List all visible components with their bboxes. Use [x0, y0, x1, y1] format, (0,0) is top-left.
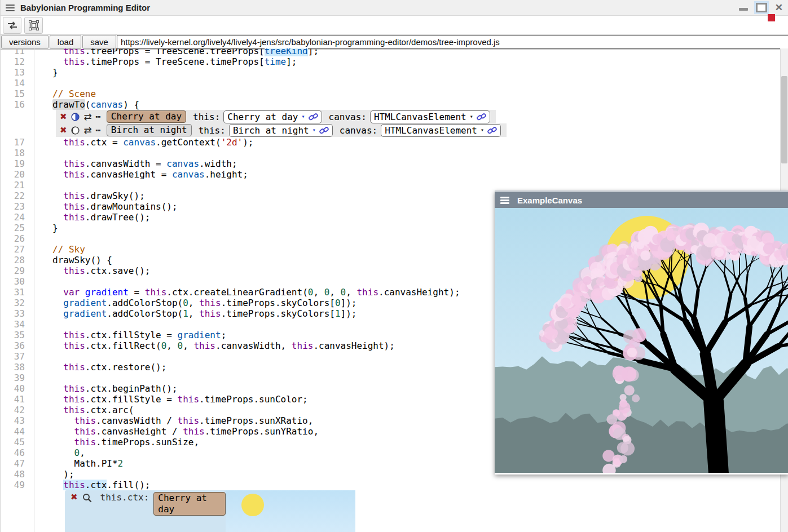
swap-example-icon[interactable]: ⇄ [84, 125, 92, 136]
code-line-17[interactable]: 17 this.ctx = canvas.getContext('2d'); [1, 137, 781, 148]
gutter-spacer [1, 490, 34, 532]
code-line-13[interactable]: 13} [1, 67, 781, 78]
link-icon[interactable] [319, 127, 329, 134]
code-line-11[interactable]: 11 this.treeProps = TreeScene.treeProps[… [1, 48, 781, 56]
param-value-text: Birch at night [233, 125, 309, 136]
probe-canvas-preview[interactable] [226, 490, 355, 532]
line-number: 15 [1, 88, 34, 99]
param-label-this: this: [193, 112, 220, 122]
line-number: 17 [1, 137, 34, 148]
chevron-down-icon: ▾ [481, 127, 484, 133]
example-canvas-title: ExampleCanvas [517, 196, 582, 205]
line-number: 49 [1, 480, 34, 490]
line-number: 41 [1, 394, 34, 405]
code-line-15[interactable]: 15// Scene [1, 88, 781, 99]
unsaved-changes-indicator [768, 14, 775, 21]
example-inactive-toggle-icon[interactable] [71, 126, 80, 135]
load-button[interactable]: load [50, 35, 81, 49]
swap-example-icon[interactable]: ⇄ [84, 111, 92, 122]
babylonian-editor-window: Babylonian Programming Editor ✕ [0, 0, 788, 532]
line-number: 16 [1, 99, 34, 110]
line-number: 18 [1, 148, 34, 158]
param-label-canvas: canvas: [329, 112, 367, 122]
line-number: 14 [1, 78, 34, 88]
line-number: 43 [1, 415, 34, 426]
link-icon[interactable] [487, 127, 497, 134]
maximize-icon[interactable] [756, 3, 767, 12]
line-number: 32 [1, 298, 34, 308]
line-number: 37 [1, 351, 34, 362]
line-number: 38 [1, 362, 34, 373]
example-canvas-menu-icon[interactable] [500, 197, 509, 203]
link-icon[interactable] [477, 113, 486, 121]
line-number: 12 [1, 56, 34, 67]
probe-example-badge[interactable]: Cherry at day [153, 492, 226, 516]
line-number: 42 [1, 405, 34, 415]
example-widget-cherry-at-day: ✖ ⇄ ⋯ Cherry at day this: Cherry at day … [56, 110, 496, 123]
code-line-16[interactable]: 16drawTo(canvas) { [1, 99, 781, 110]
example-options-icon[interactable]: ⋯ [96, 125, 102, 135]
code-line-20[interactable]: 20 this.canvasHeight = canvas.height; [1, 169, 781, 180]
delete-probe-icon[interactable]: ✖ [71, 492, 78, 502]
param-value-dropdown-this[interactable]: Cherry at day ▾ [223, 110, 322, 123]
example-name-badge[interactable]: Birch at night [107, 124, 192, 136]
line-number: 13 [1, 67, 34, 78]
example-options-icon[interactable]: ⋯ [96, 112, 102, 122]
param-value-dropdown-this[interactable]: Birch at night ▾ [229, 124, 333, 137]
line-number: 23 [1, 201, 34, 212]
code-line-14[interactable]: 14 [1, 78, 781, 88]
delete-example-icon[interactable]: ✖ [60, 125, 67, 135]
line-number: 48 [1, 469, 34, 480]
param-label-this: this: [199, 125, 226, 136]
code-line-49[interactable]: 49 this.ctx.fill(); [1, 480, 781, 490]
example-name-badge[interactable]: Cherry at day [107, 110, 186, 123]
param-label-canvas: canvas: [340, 125, 377, 136]
minimize-icon[interactable] [739, 8, 748, 11]
param-value-dropdown-canvas[interactable]: HTMLCanvasElement ▾ [370, 110, 490, 123]
magnifier-icon[interactable] [82, 493, 92, 503]
window-titlebar[interactable]: Babylonian Programming Editor ✕ [1, 0, 788, 16]
param-value-text: Cherry at day [227, 112, 298, 122]
gutter-spacer [1, 110, 34, 137]
line-number: 28 [1, 255, 34, 265]
line-number: 30 [1, 276, 34, 287]
line-number: 45 [1, 437, 34, 447]
code-line-19[interactable]: 19 this.canvasWidth = canvas.width; [1, 158, 781, 169]
delete-example-icon[interactable]: ✖ [60, 112, 67, 122]
example-canvas-scene [495, 208, 788, 473]
transform-selection-icon [29, 20, 39, 30]
transform-selection-button[interactable] [24, 17, 43, 34]
file-navbar: versions load save [1, 34, 788, 50]
code-line-12[interactable]: 12 this.timeProps = TreeScene.timeProps[… [1, 56, 781, 67]
probe-widget: ✖ this.ctx: Cherry at day [65, 490, 355, 532]
example-canvas-titlebar[interactable]: ExampleCanvas [495, 192, 788, 208]
example-widget-birch-at-night: ✖ ⇄ ⋯ Birch at night this: Birch at nigh… [56, 123, 507, 137]
line-number: 26 [1, 233, 34, 244]
example-widgets-row: ✖ ⇄ ⋯ Cherry at day this: Cherry at day … [1, 110, 781, 137]
chevron-down-icon: ▾ [302, 114, 305, 119]
swap-arrows-button[interactable] [3, 17, 21, 34]
line-number: 11 [1, 48, 34, 56]
file-url-input[interactable] [117, 35, 788, 49]
chevron-down-icon: ▾ [470, 114, 473, 119]
param-value-dropdown-canvas[interactable]: HTMLCanvasElement ▾ [381, 124, 501, 137]
line-number: 40 [1, 383, 34, 394]
editor-toolbar [1, 16, 788, 34]
code-line-21[interactable]: 21 [1, 180, 781, 190]
line-number: 39 [1, 373, 34, 383]
line-number: 36 [1, 340, 34, 351]
param-value-text: HTMLCanvasElement [374, 112, 466, 122]
line-number: 20 [1, 169, 34, 180]
example-active-toggle-icon[interactable] [71, 112, 80, 122]
close-icon[interactable]: ✕ [775, 3, 783, 12]
code-line-18[interactable]: 18 [1, 148, 781, 158]
versions-button[interactable]: versions [1, 35, 49, 49]
line-number: 33 [1, 308, 34, 319]
window-menu-icon[interactable] [6, 5, 15, 11]
line-number: 29 [1, 265, 34, 276]
line-number: 31 [1, 287, 34, 298]
save-button[interactable]: save [82, 35, 116, 49]
link-icon[interactable] [309, 113, 318, 121]
scrollbar-thumb[interactable] [781, 76, 787, 163]
line-number: 27 [1, 244, 34, 255]
